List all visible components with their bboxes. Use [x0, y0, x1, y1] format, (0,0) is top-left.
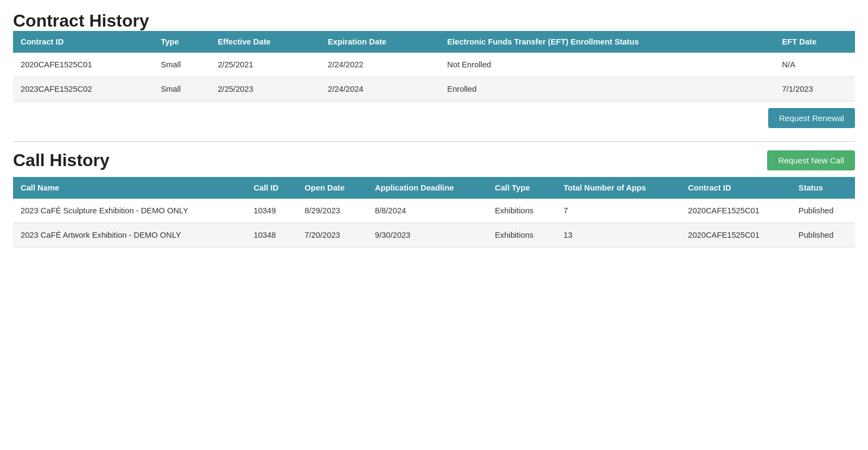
cell-status: Published: [791, 223, 855, 248]
col-total-apps: Total Number of Apps: [556, 177, 681, 199]
cell-call-contract-id: 2020CAFE1525C01: [680, 199, 791, 223]
cell-call-name: 2023 CaFÉ Artwork Exhibition - DEMO ONLY: [13, 223, 246, 248]
renewal-row: Request Renewal: [13, 108, 855, 128]
table-row: 2020CAFE1525C01 Small 2/25/2021 2/24/202…: [13, 53, 855, 77]
cell-contract-id: 2023CAFE1525C02: [13, 77, 154, 102]
call-history-section: Call History Request New Call Call Name …: [13, 150, 855, 248]
request-renewal-button[interactable]: Request Renewal: [768, 108, 855, 128]
cell-application-deadline: 8/8/2024: [367, 199, 487, 223]
cell-eft-date: N/A: [774, 53, 855, 77]
cell-call-id: 10348: [246, 223, 297, 248]
contract-history-title: Contract History: [13, 11, 855, 31]
cell-expiration-date: 2/24/2022: [320, 53, 439, 77]
cell-type: Small: [154, 77, 210, 102]
cell-effective-date: 2/25/2023: [210, 77, 320, 102]
cell-expiration-date: 2/24/2024: [320, 77, 439, 102]
col-eft-date: EFT Date: [774, 31, 855, 53]
cell-eft-date: 7/1/2023: [774, 77, 855, 102]
cell-call-type: Exhibitions: [487, 199, 556, 223]
table-row: 2023CAFE1525C02 Small 2/25/2023 2/24/202…: [13, 77, 855, 102]
cell-total-apps: 13: [556, 223, 681, 248]
table-row: 2023 CaFÉ Artwork Exhibition - DEMO ONLY…: [13, 223, 855, 248]
cell-total-apps: 7: [556, 199, 681, 223]
col-application-deadline: Application Deadline: [367, 177, 487, 199]
col-call-contract-id: Contract ID: [680, 177, 791, 199]
col-call-id: Call ID: [246, 177, 297, 199]
cell-open-date: 8/29/2023: [297, 199, 368, 223]
col-open-date: Open Date: [297, 177, 368, 199]
col-call-name: Call Name: [13, 177, 246, 199]
cell-eft-status: Enrolled: [439, 77, 774, 102]
cell-contract-id: 2020CAFE1525C01: [13, 53, 154, 77]
col-expiration-date: Expiration Date: [320, 31, 439, 53]
cell-call-name: 2023 CaFÉ Sculpture Exhibition - DEMO ON…: [13, 199, 246, 223]
col-status: Status: [791, 177, 855, 199]
contract-table-header-row: Contract ID Type Effective Date Expirati…: [13, 31, 855, 53]
col-effective-date: Effective Date: [210, 31, 320, 53]
cell-application-deadline: 9/30/2023: [367, 223, 487, 248]
cell-effective-date: 2/25/2021: [210, 53, 320, 77]
call-history-header: Call History Request New Call: [13, 150, 855, 170]
cell-eft-status: Not Enrolled: [439, 53, 774, 77]
call-history-table: Call Name Call ID Open Date Application …: [13, 177, 855, 248]
col-contract-id: Contract ID: [13, 31, 154, 53]
cell-call-contract-id: 2020CAFE1525C01: [680, 223, 791, 248]
col-eft-status: Electronic Funds Transfer (EFT) Enrollme…: [439, 31, 774, 53]
cell-open-date: 7/20/2023: [297, 223, 368, 248]
cell-call-id: 10349: [246, 199, 297, 223]
cell-status: Published: [791, 199, 855, 223]
section-divider: [13, 141, 855, 142]
call-table-header-row: Call Name Call ID Open Date Application …: [13, 177, 855, 199]
col-call-type: Call Type: [487, 177, 556, 199]
col-type: Type: [154, 31, 210, 53]
cell-call-type: Exhibitions: [487, 223, 556, 248]
table-row: 2023 CaFÉ Sculpture Exhibition - DEMO ON…: [13, 199, 855, 223]
cell-type: Small: [154, 53, 210, 77]
contract-history-section: Contract History Contract ID Type Effect…: [13, 11, 855, 128]
call-history-title: Call History: [13, 150, 110, 170]
request-new-call-button[interactable]: Request New Call: [767, 150, 855, 170]
contract-history-table: Contract ID Type Effective Date Expirati…: [13, 31, 855, 102]
